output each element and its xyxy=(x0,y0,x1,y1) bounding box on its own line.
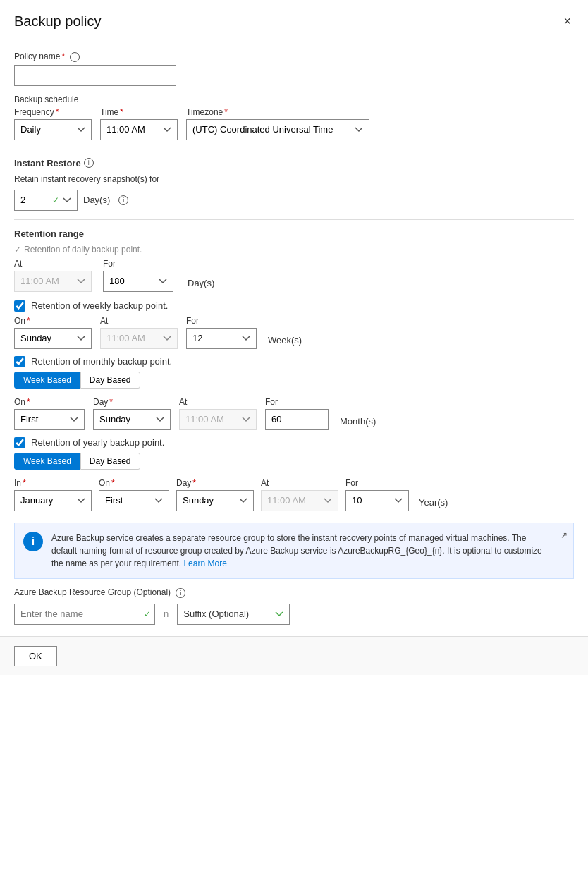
retain-label: Retain instant recovery snapshot(s) for xyxy=(14,174,574,184)
yearly-day-select[interactable]: SundayMondayTuesdayWednesdayThursdayFrid… xyxy=(176,490,254,511)
monthly-checkbox-row: Retention of monthly backup point. xyxy=(14,356,574,367)
yearly-day-label: Day* xyxy=(176,478,254,488)
weekly-at-field: At 11:00 AM xyxy=(100,316,178,349)
suffix-select[interactable]: Suffix (Optional) xyxy=(177,604,290,625)
weekly-at-label: At xyxy=(100,316,178,326)
resource-group-info-icon[interactable]: i xyxy=(176,588,185,598)
monthly-on-select[interactable]: FirstSecondThirdFourthLast xyxy=(14,409,85,430)
yearly-checkbox-label: Retention of yearly backup point. xyxy=(31,437,164,448)
yearly-at-select[interactable]: 11:00 AM xyxy=(261,490,338,511)
time-label: Time* xyxy=(100,107,178,117)
daily-for-select[interactable]: 180 90 365 xyxy=(103,271,173,292)
monthly-tab-group: Week Based Day Based xyxy=(14,372,574,389)
daily-retention-section: ✓ Retention of daily backup point. At 11… xyxy=(14,245,574,292)
yearly-in-select[interactable]: JanuaryFebruaryMarchAprilMayJuneJulyAugu… xyxy=(14,490,92,511)
timezone-label: Timezone* xyxy=(186,107,369,117)
monthly-retention-section: Retention of monthly backup point. Week … xyxy=(14,356,574,430)
learn-more-link[interactable]: Learn More xyxy=(183,558,226,568)
monthly-day-select[interactable]: SundayMondayTuesdayWednesdayThursdayFrid… xyxy=(93,409,171,430)
yearly-on-select[interactable]: FirstSecondThirdFourthLast xyxy=(99,490,169,511)
monthly-at-label: At xyxy=(179,397,257,407)
backup-policy-panel: Backup policy × Policy name* i Backup sc… xyxy=(0,0,588,880)
days-select-wrapper: 2 1 3 4 5 ✓ xyxy=(14,190,78,211)
weekly-on-select[interactable]: SundayMondayTuesdayWednesdayThursdayFrid… xyxy=(14,328,92,349)
weekly-checkbox-label: Retention of weekly backup point. xyxy=(31,300,168,311)
yearly-checkbox-row: Retention of yearly backup point. xyxy=(14,437,574,448)
yearly-for-label: For xyxy=(345,478,409,488)
yearly-at-field: At 11:00 AM xyxy=(261,478,338,511)
monthly-at-field: At 11:00 AM xyxy=(179,397,257,430)
days-label: Day(s) xyxy=(83,195,110,205)
yearly-checkbox[interactable] xyxy=(14,437,25,448)
policy-name-input[interactable] xyxy=(14,65,176,86)
yearly-day-based-tab[interactable]: Day Based xyxy=(80,453,140,470)
days-info-icon[interactable]: i xyxy=(118,195,128,205)
separator-n: n xyxy=(161,609,171,619)
monthly-day-based-tab[interactable]: Day Based xyxy=(80,372,140,389)
daily-check-icon: ✓ xyxy=(14,245,21,255)
daily-checkpoint-label: ✓ Retention of daily backup point. xyxy=(14,245,574,255)
frequency-select[interactable]: Daily Weekly xyxy=(14,119,92,140)
monthly-checkbox-label: Retention of monthly backup point. xyxy=(31,356,172,367)
weekly-for-select[interactable]: 12482652 xyxy=(186,328,257,349)
yearly-in-field: In* JanuaryFebruaryMarchAprilMayJuneJuly… xyxy=(14,478,92,511)
yearly-in-label: In* xyxy=(14,478,92,488)
yearly-day-field: Day* SundayMondayTuesdayWednesdayThursda… xyxy=(176,478,254,511)
daily-at-field: At 11:00 AM xyxy=(14,259,92,292)
instant-restore-info-icon[interactable]: i xyxy=(84,158,94,168)
resource-input-check-icon: ✓ xyxy=(144,609,151,619)
yearly-for-select[interactable]: 1051520 xyxy=(345,490,409,511)
monthly-for-field: For xyxy=(265,397,329,430)
yearly-at-label: At xyxy=(261,478,338,488)
monthly-checkbox[interactable] xyxy=(14,356,25,367)
policy-name-label: Policy name* i xyxy=(14,51,574,62)
divider-instant-restore xyxy=(14,149,574,149)
monthly-day-label: Day* xyxy=(93,397,171,407)
frequency-field: Frequency* Daily Weekly xyxy=(14,107,92,140)
monthly-at-select[interactable]: 11:00 AM xyxy=(179,409,257,430)
yearly-on-label: On* xyxy=(99,478,169,488)
panel-title: Backup policy xyxy=(14,13,101,30)
resource-group-section: Azure Backup Resource Group (Optional) i… xyxy=(14,587,574,625)
close-button[interactable]: × xyxy=(561,11,574,32)
weekly-retention-section: Retention of weekly backup point. On* Su… xyxy=(14,300,574,349)
policy-name-info-icon[interactable]: i xyxy=(70,52,80,62)
suffix-select-wrapper: Suffix (Optional) xyxy=(177,604,290,625)
retain-row: 2 1 3 4 5 ✓ Day(s) i xyxy=(14,190,574,211)
monthly-unit: Month(s) xyxy=(340,416,376,427)
daily-unit: Day(s) xyxy=(188,278,214,288)
yearly-week-based-tab[interactable]: Week Based xyxy=(14,453,80,470)
monthly-day-field: Day* SundayMondayTuesdayWednesdayThursda… xyxy=(93,397,171,430)
weekly-checkbox[interactable] xyxy=(14,300,25,312)
panel-body: Policy name* i Backup schedule Frequency… xyxy=(0,40,588,636)
backup-schedule-section: Backup schedule Frequency* Daily Weekly … xyxy=(14,94,574,140)
yearly-retention-section: Retention of yearly backup point. Week B… xyxy=(14,437,574,511)
monthly-on-at-for-row: On* FirstSecondThirdFourthLast Day* Sund… xyxy=(14,397,574,430)
yearly-on-field: On* FirstSecondThirdFourthLast xyxy=(99,478,169,511)
instant-restore-days-select[interactable]: 2 1 3 4 5 xyxy=(14,190,78,211)
resource-input-wrapper: ✓ xyxy=(14,604,155,625)
resource-group-row: ✓ n Suffix (Optional) xyxy=(14,604,574,625)
daily-for-field: For 180 90 365 xyxy=(103,259,173,292)
monthly-for-input[interactable] xyxy=(265,409,329,430)
divider-retention-range xyxy=(14,219,574,220)
monthly-for-label: For xyxy=(265,397,329,407)
retention-range-title: Retention range xyxy=(14,228,574,239)
daily-at-select[interactable]: 11:00 AM xyxy=(14,271,92,292)
retention-range-section: Retention range ✓ Retention of daily bac… xyxy=(14,228,574,511)
info-box-icon: i xyxy=(23,532,43,551)
resource-group-input[interactable] xyxy=(14,604,155,625)
external-link-icon: ↗ xyxy=(561,529,568,542)
monthly-week-based-tab[interactable]: Week Based xyxy=(14,372,80,389)
timezone-select[interactable]: (UTC) Coordinated Universal Time xyxy=(186,119,369,140)
weekly-for-field: For 12482652 xyxy=(186,316,257,349)
daily-for-label: For xyxy=(103,259,173,269)
policy-name-section: Policy name* i xyxy=(14,51,574,86)
yearly-unit: Year(s) xyxy=(419,497,448,508)
ok-button[interactable]: OK xyxy=(14,646,57,666)
yearly-in-on-day-at-for-row: In* JanuaryFebruaryMarchAprilMayJuneJuly… xyxy=(14,478,574,511)
weekly-for-label: For xyxy=(186,316,257,326)
time-select[interactable]: 11:00 AM 12:00 PM xyxy=(100,119,178,140)
weekly-at-select[interactable]: 11:00 AM xyxy=(100,328,178,349)
timezone-field: Timezone* (UTC) Coordinated Universal Ti… xyxy=(186,107,369,140)
